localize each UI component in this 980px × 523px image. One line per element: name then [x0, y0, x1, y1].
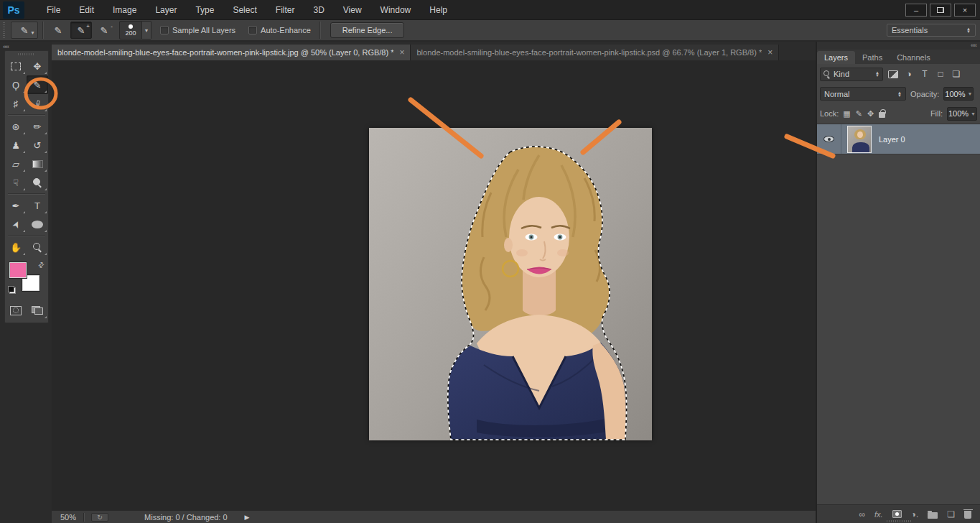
collapse-panel-icon[interactable]: ««: [0, 42, 52, 50]
options-bar-grip[interactable]: [1, 22, 6, 38]
opacity-field[interactable]: 100% ▼: [943, 87, 974, 101]
tool-spot-healing-brush[interactable]: ⊛: [5, 117, 27, 136]
menu-filter[interactable]: Filter: [266, 1, 304, 19]
fill-field[interactable]: 100% ▼: [947, 107, 977, 121]
lock-transparency-icon[interactable]: ▦: [843, 109, 850, 119]
photoshop-logo: Ps: [3, 1, 24, 19]
tool-preset-picker[interactable]: ✎ ▼: [11, 22, 38, 39]
close-button[interactable]: ×: [954, 4, 976, 17]
document-tab-psd[interactable]: blonde-model-smiling-blue-eyes-face-port…: [411, 45, 779, 60]
tool-history-brush[interactable]: ↺: [27, 136, 48, 154]
tool-quick-selection[interactable]: ✎: [27, 75, 48, 94]
menu-type[interactable]: Type: [186, 1, 223, 19]
shape-layer-filter-button[interactable]: □: [933, 68, 948, 81]
add-to-selection-button[interactable]: ✎ +: [70, 22, 92, 39]
delete-layer-icon[interactable]: [964, 509, 971, 519]
menu-help[interactable]: Help: [420, 1, 457, 19]
menu-file[interactable]: File: [37, 1, 70, 19]
tool-crop[interactable]: ♯: [5, 94, 27, 113]
pixel-layer-filter-button[interactable]: [886, 68, 900, 81]
default-colors-icon[interactable]: [8, 286, 16, 294]
swap-colors-icon[interactable]: ⇄: [36, 260, 45, 270]
quick-mask-mode-button[interactable]: [5, 301, 27, 320]
lock-position-icon[interactable]: ✥: [867, 109, 874, 119]
panel-resize-grip[interactable]: [887, 520, 911, 522]
brush-tool-icon: ✏: [34, 121, 42, 132]
close-tab-icon[interactable]: ×: [767, 47, 773, 57]
kind-filter-select[interactable]: Kind ▲▼: [820, 68, 883, 81]
tool-eraser[interactable]: ▱: [5, 154, 27, 173]
smart-object-filter-button[interactable]: ❏: [949, 68, 963, 81]
adjustment-layer-filter-button[interactable]: ◑: [902, 68, 916, 81]
screen-mode-button[interactable]: [27, 301, 48, 320]
tool-pen[interactable]: ✒: [5, 196, 27, 215]
menu-edit[interactable]: Edit: [70, 1, 103, 19]
layer-thumbnail[interactable]: [847, 126, 872, 153]
tab-paths[interactable]: Paths: [855, 51, 890, 64]
layer-filter-row: Kind ▲▼ ◑ T □ ❏: [817, 64, 980, 84]
chevron-down-icon: ▼: [967, 91, 972, 96]
document-tab-jpg[interactable]: blonde-model-smiling-blue-eyes-face-port…: [52, 45, 411, 60]
layer-style-icon[interactable]: fx.: [874, 510, 883, 519]
subtract-from-selection-button[interactable]: ✎ -: [93, 22, 115, 39]
tool-rectangular-marquee[interactable]: [5, 57, 27, 75]
panel-grip[interactable]: [18, 53, 35, 55]
quick-selection-brush-icon: ✎: [21, 25, 29, 36]
tab-channels[interactable]: Channels: [890, 51, 937, 64]
eyedropper-icon: ✑: [31, 98, 43, 108]
close-tab-icon[interactable]: ×: [399, 47, 404, 57]
canvas[interactable]: [52, 60, 816, 510]
auto-enhance-checkbox[interactable]: [248, 26, 257, 34]
tool-hand[interactable]: ✋: [5, 238, 27, 256]
tool-ellipse-shape[interactable]: [27, 215, 48, 233]
menu-3d[interactable]: 3D: [304, 1, 333, 19]
lock-pixels-icon[interactable]: ✎: [856, 109, 862, 119]
tool-path-selection[interactable]: ➤: [5, 215, 27, 233]
brush-size-dropdown[interactable]: ▼: [142, 21, 151, 40]
link-layers-icon[interactable]: ∞: [859, 509, 865, 519]
zoom-level-field[interactable]: 50%: [52, 513, 83, 522]
sync-status-icon[interactable]: ↻: [91, 513, 108, 522]
tool-smudge[interactable]: ☟: [5, 173, 27, 192]
layer-row-layer-0[interactable]: Layer 0: [817, 124, 980, 154]
tool-brush[interactable]: ✏: [27, 117, 48, 136]
portrait-photo[interactable]: [369, 128, 652, 440]
menu-window[interactable]: Window: [371, 1, 421, 19]
menu-layer[interactable]: Layer: [146, 1, 186, 19]
brush-size-picker[interactable]: 200 ▼: [119, 21, 151, 40]
tool-zoom[interactable]: [27, 238, 48, 256]
menu-view[interactable]: View: [334, 1, 371, 19]
sample-all-layers-checkbox[interactable]: [160, 26, 169, 34]
blend-mode-select[interactable]: Normal ▲▼: [820, 87, 906, 101]
tool-type[interactable]: T: [27, 196, 48, 215]
tool-eyedropper[interactable]: ✑: [27, 94, 48, 113]
tab-layers[interactable]: Layers: [817, 51, 855, 64]
new-layer-icon[interactable]: ❏: [947, 509, 955, 519]
visibility-toggle[interactable]: [817, 124, 841, 154]
foreground-color-swatch[interactable]: [9, 262, 27, 278]
new-selection-button[interactable]: ✎: [47, 22, 69, 39]
new-group-icon[interactable]: [928, 510, 938, 519]
layer-name[interactable]: Layer 0: [879, 135, 905, 144]
menu-select[interactable]: Select: [223, 1, 266, 19]
refine-edge-button[interactable]: Refine Edge...: [330, 22, 405, 38]
tool-dodge[interactable]: [27, 173, 48, 192]
tool-clone-stamp[interactable]: ♟: [5, 136, 27, 154]
restore-button[interactable]: [930, 4, 951, 17]
ellipse-icon: [32, 221, 43, 228]
tool-lasso[interactable]: Ϙ: [5, 75, 27, 94]
tool-move[interactable]: ✥: [27, 57, 48, 75]
minimize-button[interactable]: –: [905, 4, 927, 17]
new-adjustment-layer-icon[interactable]: ◑.: [911, 509, 919, 519]
collapse-panel-icon[interactable]: ««: [817, 42, 980, 50]
workspace-switcher[interactable]: Essentials ▲▼: [887, 24, 976, 37]
menu-image[interactable]: Image: [103, 1, 146, 19]
image-icon: [888, 70, 898, 78]
status-options-arrow[interactable]: ▶: [245, 514, 250, 521]
type-layer-filter-button[interactable]: T: [918, 68, 932, 81]
add-layer-mask-icon[interactable]: [892, 510, 902, 518]
tool-gradient[interactable]: [27, 154, 48, 173]
fill-label: Fill:: [930, 109, 943, 118]
dodge-icon: [33, 178, 42, 187]
lock-all-icon[interactable]: [879, 112, 885, 118]
